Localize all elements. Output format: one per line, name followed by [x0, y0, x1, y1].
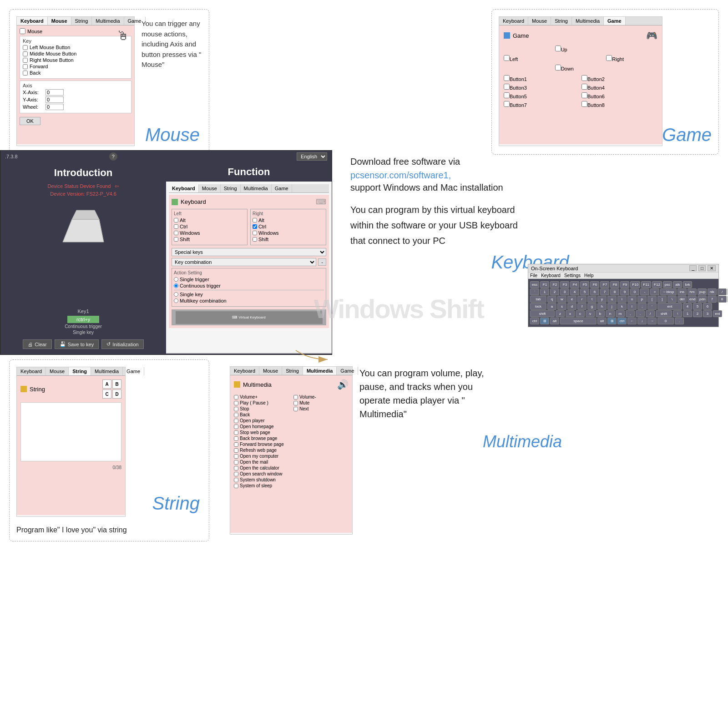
tab-multimedia[interactable]: Multimedia	[92, 17, 124, 25]
osk-restore-btn[interactable]: □	[698, 265, 706, 271]
osk-key-pup[interactable]: pup	[698, 288, 707, 295]
osk-key-f2[interactable]: F2	[550, 281, 559, 288]
mm-tab-multimedia[interactable]: Multimedia	[303, 367, 337, 375]
osk-key-q[interactable]: q	[547, 296, 556, 303]
osk-key-f3[interactable]: F3	[560, 281, 569, 288]
osk-key-num2[interactable]: 2	[693, 310, 702, 317]
osk-key-u[interactable]: u	[607, 296, 617, 303]
osk-key-z[interactable]: z	[556, 310, 565, 317]
osk-key-alk[interactable]: alk	[673, 281, 682, 288]
osk-key-psc[interactable]: psc	[663, 281, 672, 288]
osk-key-slash[interactable]: /	[646, 310, 655, 317]
osk-key-lshift[interactable]: shift	[530, 310, 555, 317]
osk-key-brk[interactable]: brk	[683, 281, 692, 288]
special-keys-select[interactable]: Special keys	[172, 248, 326, 256]
key-combination-btn[interactable]: -	[318, 258, 326, 266]
str-icon-b[interactable]: B	[112, 379, 121, 389]
osk-key-numenter[interactable]: ent	[713, 310, 722, 317]
tab-string[interactable]: String	[71, 17, 92, 25]
osk-key-7[interactable]: 7	[708, 296, 717, 303]
osk-key-del[interactable]: del	[677, 296, 687, 303]
game-tab-string[interactable]: String	[551, 17, 572, 25]
desc-link[interactable]: pcsensor.com/software1,	[350, 170, 710, 181]
osk-key-num0[interactable]: 0	[657, 318, 674, 324]
continuous-trigger-radio[interactable]	[174, 283, 178, 288]
func-tab-multimedia[interactable]: Multimedia	[241, 184, 272, 192]
osk-key-numslash[interactable]: /	[718, 288, 727, 295]
osk-key-num5[interactable]: 5	[693, 303, 702, 310]
osk-key-hm[interactable]: hm	[688, 288, 697, 295]
tab-keyboard[interactable]: Keyboard	[17, 17, 48, 25]
osk-menu-keyboard[interactable]: Keyboard	[541, 273, 561, 278]
virtual-keyboard-thumbnail[interactable]: ⌨ Virtual Keyboard	[172, 309, 326, 325]
osk-key-nlk[interactable]: nlk	[708, 288, 717, 295]
osk-key-d[interactable]: d	[567, 303, 576, 310]
func-tab-string[interactable]: String	[221, 184, 241, 192]
osk-key-f9[interactable]: F9	[620, 281, 629, 288]
osk-key-num4[interactable]: 4	[683, 303, 692, 310]
osk-key-9[interactable]: 9	[620, 288, 629, 295]
osk-key-rctrl[interactable]: ctrl	[617, 318, 627, 324]
osk-key-0[interactable]: 0	[630, 288, 639, 295]
str-tab-mouse[interactable]: Mouse	[46, 367, 69, 375]
osk-key-space[interactable]: space	[560, 318, 597, 324]
osk-key-equals[interactable]: =	[650, 288, 659, 295]
osk-key-s[interactable]: s	[557, 303, 566, 310]
osk-key-7[interactable]: 7	[600, 288, 609, 295]
osk-key-lbracket[interactable]: [	[647, 296, 657, 303]
osk-key-rbracket[interactable]: ]	[657, 296, 667, 303]
osk-key-right[interactable]: →	[647, 318, 657, 324]
osk-key-h[interactable]: h	[597, 303, 607, 310]
osk-close-btn[interactable]: ✕	[708, 265, 716, 271]
osk-key-o[interactable]: o	[627, 296, 637, 303]
func-tab-keyboard[interactable]: Keyboard	[169, 184, 199, 192]
osk-key-f7[interactable]: F7	[600, 281, 609, 288]
osk-key-3[interactable]: 3	[560, 288, 569, 295]
game-tab-multimedia[interactable]: Multimedia	[572, 17, 604, 25]
osk-key-e[interactable]: e	[567, 296, 576, 303]
str-icon-d[interactable]: D	[112, 389, 121, 399]
y-axis-input[interactable]	[46, 96, 64, 103]
osk-key-num3[interactable]: 3	[703, 310, 712, 317]
osk-key-lalt[interactable]: alt	[550, 318, 559, 324]
osk-key-esc[interactable]: esc	[530, 281, 539, 288]
osk-key-2[interactable]: 2	[550, 288, 559, 295]
osk-key-f5[interactable]: F5	[580, 281, 589, 288]
osk-key-lock[interactable]: lock	[530, 303, 546, 310]
osk-key-f8[interactable]: F8	[610, 281, 619, 288]
tab-mouse[interactable]: Mouse	[48, 17, 71, 25]
mm-tab-game[interactable]: Game	[337, 367, 358, 375]
mm-tab-keyboard[interactable]: Keyboard	[230, 367, 259, 375]
osk-key-down[interactable]: ↓	[637, 318, 647, 324]
osk-key-pdn[interactable]: pdn	[698, 296, 707, 303]
osk-key-num6[interactable]: 6	[703, 303, 712, 310]
osk-minimize-btn[interactable]: _	[689, 265, 697, 271]
osk-key-5[interactable]: 5	[580, 288, 589, 295]
osk-key-i[interactable]: i	[617, 296, 627, 303]
str-tab-keyboard[interactable]: Keyboard	[17, 367, 46, 375]
osk-menu-help[interactable]: Help	[584, 273, 594, 278]
osk-key-quote[interactable]: '	[647, 303, 657, 310]
osk-key-f6[interactable]: F6	[590, 281, 599, 288]
osk-key-tab[interactable]: tab	[530, 296, 546, 303]
osk-key-f10[interactable]: F10	[630, 281, 640, 288]
mm-tab-mouse[interactable]: Mouse	[259, 367, 282, 375]
osk-key-a[interactable]: a	[547, 303, 556, 310]
osk-key-6[interactable]: 6	[590, 288, 599, 295]
osk-key-v[interactable]: v	[586, 310, 595, 317]
osk-key-left[interactable]: ←	[627, 318, 637, 324]
osk-key-w[interactable]: w	[557, 296, 566, 303]
str-tab-game[interactable]: Game	[123, 367, 144, 375]
str-tab-multimedia[interactable]: Multimedia	[91, 367, 123, 375]
osk-key-ins[interactable]: ins	[677, 288, 687, 295]
func-tab-game[interactable]: Game	[272, 184, 292, 192]
osk-key-end[interactable]: end	[688, 296, 697, 303]
osk-key-semicolon[interactable]: ;	[637, 303, 647, 310]
osk-key-f1[interactable]: F1	[540, 281, 549, 288]
osk-key-backslash[interactable]: \	[667, 296, 677, 303]
game-tab-keyboard[interactable]: Keyboard	[499, 17, 528, 25]
single-trigger-radio[interactable]	[174, 277, 178, 282]
osk-key-comma[interactable]: ,	[626, 310, 635, 317]
multikey-radio[interactable]	[174, 298, 178, 303]
osk-key-period[interactable]: .	[636, 310, 645, 317]
